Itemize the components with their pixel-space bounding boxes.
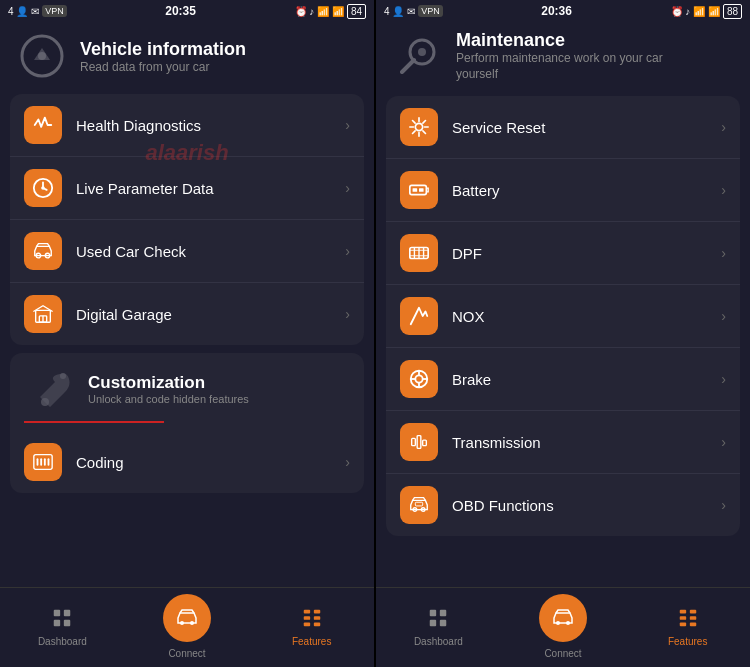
maintenance-menu-section: Service Reset › Battery › [386, 96, 740, 536]
obd-functions-item[interactable]: OBD Functions › [386, 474, 740, 536]
screen2-header: Maintenance Perform maintenance work on … [376, 22, 750, 94]
svg-rect-19 [64, 619, 70, 625]
used-car-chevron: › [345, 243, 350, 259]
battery-label: Battery [452, 182, 707, 199]
coding-item[interactable]: Coding › [10, 431, 364, 493]
status-left-2: 4 👤 ✉ VPN [384, 5, 443, 17]
digital-garage-chevron: › [345, 306, 350, 322]
svg-rect-56 [679, 609, 685, 613]
svg-rect-24 [303, 616, 309, 620]
transmission-chevron: › [721, 434, 726, 450]
svg-rect-57 [690, 609, 696, 613]
brake-chevron: › [721, 371, 726, 387]
right-icons-2: ⏰ ♪ 📶 📶 [671, 6, 720, 17]
nav-dashboard-1[interactable]: Dashboard [0, 607, 125, 647]
screen2-content: Service Reset › Battery › [376, 94, 750, 587]
dpf-chevron: › [721, 245, 726, 261]
nav-features-label-1: Features [292, 636, 331, 647]
screen1-header: Vehicle information Read data from your … [0, 22, 374, 94]
svg-point-1 [38, 52, 46, 60]
nav-connect-label-1: Connect [168, 648, 205, 659]
nox-icon [400, 297, 438, 335]
svg-rect-49 [415, 502, 422, 506]
customization-subtitle: Unlock and code hidden features [88, 393, 249, 405]
svg-rect-31 [410, 186, 427, 195]
nav-connect-2[interactable]: Connect [501, 594, 626, 659]
used-car-item[interactable]: Used Car Check › [10, 220, 364, 283]
transmission-item[interactable]: Transmission › [386, 411, 740, 474]
nox-item[interactable]: NOX › [386, 285, 740, 348]
nox-label: NOX [452, 308, 707, 325]
transmission-icon [400, 423, 438, 461]
obd-label: OBD Functions [452, 497, 707, 514]
svg-rect-26 [303, 622, 309, 626]
svg-rect-59 [690, 616, 696, 620]
status-right-2: ⏰ ♪ 📶 📶 88 [671, 4, 742, 19]
live-parameter-item[interactable]: Live Parameter Data › [10, 157, 364, 220]
svg-rect-23 [314, 609, 320, 613]
svg-rect-50 [430, 609, 436, 615]
battery-menu-icon [400, 171, 438, 209]
svg-point-39 [415, 376, 422, 383]
dashboard-nav-icon-1 [51, 607, 73, 634]
svg-rect-22 [303, 609, 309, 613]
svg-rect-46 [423, 440, 427, 446]
battery-level-2: 88 [723, 4, 742, 19]
health-diagnostics-item[interactable]: Health Diagnostics › [10, 94, 364, 157]
dpf-label: DPF [452, 245, 707, 262]
brake-icon [400, 360, 438, 398]
battery-chevron: › [721, 182, 726, 198]
coding-label: Coding [76, 454, 331, 471]
nav-features-2[interactable]: Features [625, 607, 750, 647]
svg-rect-27 [314, 622, 320, 626]
svg-rect-25 [314, 616, 320, 620]
coding-chevron: › [345, 454, 350, 470]
vpn-badge-1: VPN [42, 5, 67, 17]
vpn-badge-2: VPN [418, 5, 443, 17]
vehicle-menu-section: Health Diagnostics › Live Parameter Data… [10, 94, 364, 345]
customization-header: Customization Unlock and code hidden fea… [10, 353, 364, 421]
brake-item[interactable]: Brake › [386, 348, 740, 411]
maintenance-header-icon [392, 30, 444, 82]
svg-rect-60 [679, 622, 685, 626]
screen2-title: Maintenance [456, 30, 676, 51]
svg-point-3 [41, 186, 45, 190]
nav-dashboard-label-1: Dashboard [38, 636, 87, 647]
status-time-2: 20:36 [541, 4, 572, 18]
status-bar-1: 4 👤 ✉ VPN 20:35 ⏰ ♪ 📶 📶 84 [0, 0, 374, 22]
connect-button-2[interactable] [539, 594, 587, 642]
screen2-header-text: Maintenance Perform maintenance work on … [456, 30, 676, 82]
obd-chevron: › [721, 497, 726, 513]
digital-garage-item[interactable]: Digital Garage › [10, 283, 364, 345]
svg-rect-53 [440, 619, 446, 625]
svg-rect-32 [413, 188, 418, 192]
svg-point-55 [566, 621, 570, 625]
svg-point-29 [418, 48, 426, 56]
nav-connect-label-2: Connect [544, 648, 581, 659]
status-right-1: ⏰ ♪ 📶 📶 84 [295, 4, 366, 19]
bottom-nav-2: Dashboard Connect [376, 587, 750, 667]
svg-rect-58 [679, 616, 685, 620]
health-icon [24, 106, 62, 144]
screen-2: 4 👤 ✉ VPN 20:36 ⏰ ♪ 📶 📶 88 Maintenance P… [376, 0, 750, 667]
right-icons-1: ⏰ ♪ 📶 📶 [295, 6, 344, 17]
service-reset-item[interactable]: Service Reset › [386, 96, 740, 159]
nav-features-1[interactable]: Features [249, 607, 374, 647]
svg-rect-44 [412, 439, 416, 446]
dashboard-nav-icon-2 [427, 607, 449, 634]
features-nav-icon-1 [301, 607, 323, 634]
dpf-item[interactable]: DPF › [386, 222, 740, 285]
nav-features-label-2: Features [668, 636, 707, 647]
svg-rect-18 [54, 619, 60, 625]
health-label: Health Diagnostics [76, 117, 331, 134]
signal-icons-2: 4 👤 ✉ [384, 6, 415, 17]
vehicle-info-icon [16, 30, 68, 82]
connect-button-1[interactable] [163, 594, 211, 642]
nav-connect-1[interactable]: Connect [125, 594, 250, 659]
svg-point-10 [60, 373, 66, 379]
obd-icon [400, 486, 438, 524]
battery-item[interactable]: Battery › [386, 159, 740, 222]
coding-icon [24, 443, 62, 481]
digital-garage-label: Digital Garage [76, 306, 331, 323]
nav-dashboard-2[interactable]: Dashboard [376, 607, 501, 647]
